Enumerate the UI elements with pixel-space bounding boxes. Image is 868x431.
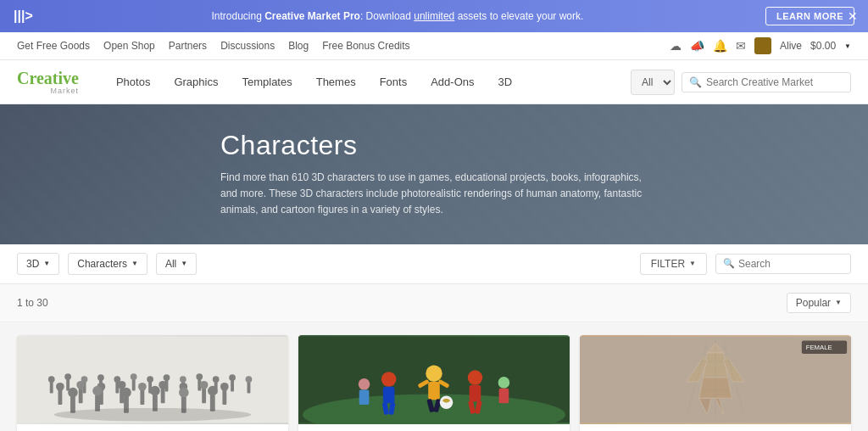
svg-point-45 xyxy=(220,382,229,390)
dropdown1-chevron-icon: ▼ xyxy=(43,260,50,267)
svg-rect-2 xyxy=(50,381,53,393)
filter-all-label: All xyxy=(165,258,176,270)
svg-point-39 xyxy=(159,381,167,389)
filter-bar: 3D ▼ Characters ▼ All ▼ FILTER ▼ 🔍 xyxy=(0,244,868,284)
filter-button[interactable]: FILTER ▼ xyxy=(640,253,707,275)
top-nav: Get Free Goods Open Shop Partners Discus… xyxy=(0,32,868,60)
svg-point-43 xyxy=(200,381,209,389)
filter-left: 3D ▼ Characters ▼ All ▼ xyxy=(17,253,197,275)
nav-3d[interactable]: 3D xyxy=(487,60,525,104)
cloud-icon[interactable]: ☁ xyxy=(670,39,682,53)
svg-rect-78 xyxy=(499,388,509,402)
nav-blog[interactable]: Blog xyxy=(288,40,309,52)
product-card-2[interactable]: 2. Male mannequin Nike Football pac... b… xyxy=(298,335,570,431)
promo-banner: |||> Introducing Creative Market Pro: Do… xyxy=(0,0,868,32)
product-card-1[interactable]: 1. Low Poly Posed People Pack by Tedi Pe… xyxy=(17,335,288,431)
page-title: Characters xyxy=(220,130,648,161)
hero-banner: Characters Find more than 610 3D charact… xyxy=(0,104,868,244)
results-count: 1 to 30 xyxy=(17,297,48,309)
subcategory-characters-label: Characters xyxy=(77,258,127,270)
svg-point-37 xyxy=(138,382,147,390)
svg-rect-54 xyxy=(181,396,186,412)
dropdown2-chevron-icon: ▼ xyxy=(131,260,138,267)
svg-point-9 xyxy=(97,374,104,381)
sort-dropdown[interactable]: Popular ▼ xyxy=(787,293,851,313)
hero-content: Characters Find more than 610 3D charact… xyxy=(220,130,648,219)
svg-rect-71 xyxy=(470,384,481,400)
nav-templates[interactable]: Templates xyxy=(230,60,303,104)
category-3d-label: 3D xyxy=(26,258,39,270)
svg-rect-36 xyxy=(140,389,144,404)
nav-addons[interactable]: Add-Ons xyxy=(419,60,486,104)
svg-rect-24 xyxy=(231,380,234,392)
top-nav-right: ☁ 📣 🔔 ✉ Alive $0.00 ▼ xyxy=(670,37,851,54)
nav-photos[interactable]: Photos xyxy=(104,60,162,104)
svg-rect-26 xyxy=(248,381,251,393)
user-avatar xyxy=(754,37,771,54)
search-category-select[interactable]: All xyxy=(631,70,675,95)
promo-emphasis: unlimited xyxy=(414,10,454,22)
hero-description: Find more than 610 3D characters to use … xyxy=(220,170,644,219)
product-image-2 xyxy=(298,335,570,424)
svg-point-13 xyxy=(131,373,137,380)
nav-search-area: All 🔍 xyxy=(631,70,851,95)
nav-free-bonus[interactable]: Free Bonus Credits xyxy=(322,40,409,52)
promo-brand: Creative Market Pro xyxy=(264,10,360,22)
filter-label: FILTER xyxy=(651,258,685,270)
filter-all-dropdown[interactable]: All ▼ xyxy=(156,253,197,275)
learn-more-button[interactable]: LEARN MORE xyxy=(765,7,854,25)
svg-point-3 xyxy=(48,376,55,383)
top-nav-links: Get Free Goods Open Shop Partners Discus… xyxy=(17,40,410,52)
sort-label: Popular xyxy=(796,297,831,309)
user-chevron-icon[interactable]: ▼ xyxy=(844,42,851,50)
nav-get-free-goods[interactable]: Get Free Goods xyxy=(17,40,90,52)
svg-rect-48 xyxy=(95,395,100,411)
sort-chevron-icon: ▼ xyxy=(835,299,842,306)
mail-icon[interactable]: ✉ xyxy=(736,39,746,53)
nav-discussions[interactable]: Discussions xyxy=(220,40,275,52)
nav-search-box: 🔍 xyxy=(682,72,851,92)
svg-point-27 xyxy=(246,376,253,383)
product-image-3: FEMALE xyxy=(580,335,851,424)
product-info-2: 2. Male mannequin Nike Football pac... b… xyxy=(298,424,570,431)
promo-close-button[interactable]: ✕ xyxy=(848,9,858,23)
svg-rect-12 xyxy=(132,379,136,391)
filter-search-box: 🔍 xyxy=(715,254,851,274)
svg-rect-4 xyxy=(66,379,70,391)
svg-rect-52 xyxy=(153,395,158,411)
nav-fonts[interactable]: Fonts xyxy=(368,60,420,104)
svg-point-25 xyxy=(229,374,236,381)
user-balance: $0.00 xyxy=(810,40,836,52)
svg-rect-42 xyxy=(202,388,206,402)
promo-text-end: assets to elevate your work. xyxy=(454,10,583,22)
subcategory-characters-dropdown[interactable]: Characters ▼ xyxy=(68,253,147,275)
megaphone-icon[interactable]: 📣 xyxy=(690,39,704,53)
logo-text-line2: Market xyxy=(17,87,79,95)
svg-point-49 xyxy=(92,385,103,395)
filter-search-input[interactable] xyxy=(738,258,843,270)
svg-rect-67 xyxy=(383,386,395,402)
user-name[interactable]: Alive xyxy=(780,40,802,52)
nav-partners[interactable]: Partners xyxy=(169,40,207,52)
category-3d-dropdown[interactable]: 3D ▼ xyxy=(17,253,59,275)
product-info-3: 3. Female Low Poly Base Mesh by Blitzem … xyxy=(580,424,851,431)
svg-point-75 xyxy=(359,378,370,390)
svg-point-47 xyxy=(68,387,78,397)
nav-graphics[interactable]: Graphics xyxy=(162,60,230,104)
product-card-3[interactable]: FEMALE 3. Female Low Poly Base Mesh by B… xyxy=(580,335,851,431)
svg-rect-44 xyxy=(222,389,226,404)
svg-point-66 xyxy=(381,372,396,386)
nav-open-shop[interactable]: Open Shop xyxy=(103,40,155,52)
logo[interactable]: Creative Market xyxy=(17,61,79,104)
svg-rect-61 xyxy=(428,381,440,399)
bell-icon[interactable]: 🔔 xyxy=(713,39,727,53)
svg-rect-38 xyxy=(161,388,165,402)
svg-rect-46 xyxy=(70,396,75,412)
search-input[interactable] xyxy=(706,76,843,88)
product-image-1 xyxy=(17,335,288,424)
svg-rect-50 xyxy=(124,396,129,412)
svg-point-5 xyxy=(64,373,71,380)
svg-point-53 xyxy=(150,385,160,395)
nav-themes[interactable]: Themes xyxy=(304,60,368,104)
svg-rect-28 xyxy=(58,389,62,404)
